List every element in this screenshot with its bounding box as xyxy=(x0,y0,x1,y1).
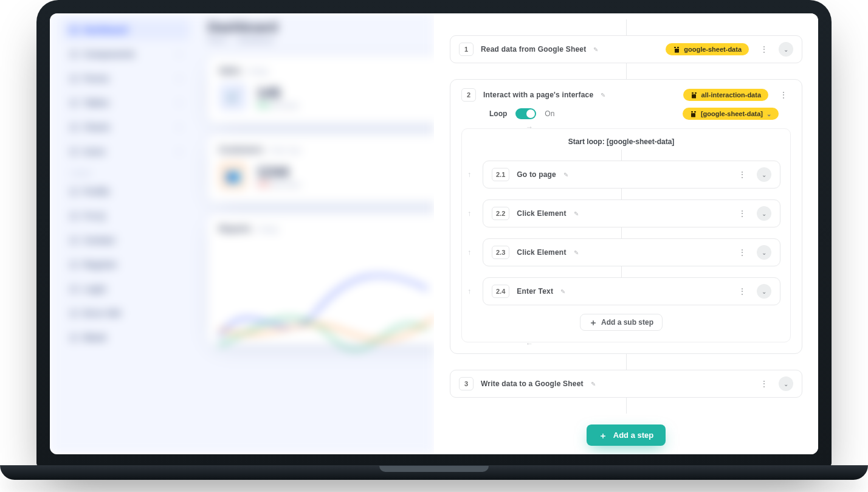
add-sub-step-button[interactable]: ＋ Add a sub step xyxy=(580,314,663,331)
laptop-frame: Dashboard Components▾ Forms▾ Tables▾ Cha… xyxy=(36,0,832,468)
step-number: 2 xyxy=(461,88,476,102)
kebab-menu[interactable]: ⋮ xyxy=(734,207,749,220)
reorder-up-icon[interactable]: ↑ xyxy=(462,170,477,179)
step-number: 2.4 xyxy=(492,285,509,298)
step-title: Write data to a Google Sheet xyxy=(481,379,584,388)
expand-toggle[interactable]: ⌄ xyxy=(757,245,771,260)
step-row[interactable]: 2 Interact with a page's interface ✎ all… xyxy=(461,88,791,102)
reorder-up-icon[interactable]: ↑ xyxy=(462,248,477,257)
loop-config-row: Loop On [google-sheet-data] ⌄ xyxy=(461,102,791,120)
step-number: 2.2 xyxy=(492,207,509,220)
loop-container: → Start loop: [google-sheet-data] ↑ 2.1 … xyxy=(461,128,791,342)
loop-state: On xyxy=(545,109,554,118)
kebab-menu[interactable]: ⋮ xyxy=(756,43,771,55)
step-title: Go to page xyxy=(517,170,556,179)
step-title: Click Element xyxy=(517,209,566,218)
plus-icon: ＋ xyxy=(599,431,607,440)
chevron-down-icon: ⌄ xyxy=(766,111,771,117)
loop-arrow-icon: → xyxy=(526,123,533,131)
kebab-menu[interactable]: ⋮ xyxy=(734,246,749,258)
step-row[interactable]: 3 Write data to a Google Sheet ✎ ⋮ ⌄ xyxy=(450,370,802,398)
loop-start-title: Start loop: [google-sheet-data] xyxy=(462,137,780,146)
loop-label: Loop xyxy=(489,109,507,118)
edit-icon[interactable]: ✎ xyxy=(601,92,605,99)
expand-toggle[interactable]: ⌄ xyxy=(757,206,771,221)
add-step-button[interactable]: ＋ Add a step xyxy=(587,424,666,446)
step-group: 2 Interact with a page's interface ✎ all… xyxy=(450,79,802,354)
sub-step-row[interactable]: 2.1 Go to page ✎ ⋮ ⌄ xyxy=(483,161,780,189)
kebab-menu[interactable]: ⋮ xyxy=(776,89,791,101)
step-number: 3 xyxy=(459,377,474,390)
connector-line xyxy=(626,398,627,414)
edit-icon[interactable]: ✎ xyxy=(560,288,565,295)
edit-icon[interactable]: ✎ xyxy=(574,249,579,256)
sub-step-row[interactable]: 2.2 Click Element ✎ ⋮ ⌄ xyxy=(483,199,780,227)
kebab-menu[interactable]: ⋮ xyxy=(734,285,749,297)
loop-source-tag[interactable]: [google-sheet-data] ⌄ xyxy=(683,108,779,120)
step-title: Enter Text xyxy=(517,287,553,296)
automation-panel: 1 Read data from Google Sheet ✎ google-s… xyxy=(434,13,818,454)
loop-arrow-icon: ← xyxy=(526,339,533,348)
data-tag[interactable]: all-interaction-data xyxy=(683,89,768,101)
expand-toggle[interactable]: ⌄ xyxy=(779,376,793,391)
connector-line xyxy=(626,63,627,79)
edit-icon[interactable]: ✎ xyxy=(574,210,579,217)
reorder-up-icon[interactable]: ↑ xyxy=(462,287,477,296)
edit-icon[interactable]: ✎ xyxy=(593,46,598,53)
step-number: 1 xyxy=(459,43,474,56)
plus-icon: ＋ xyxy=(589,318,598,327)
step-number: 2.1 xyxy=(492,168,509,181)
reorder-up-icon[interactable]: ↑ xyxy=(462,209,477,218)
dashboard-blurred: Dashboard Components▾ Forms▾ Tables▾ Cha… xyxy=(50,13,434,454)
connector-line xyxy=(626,354,627,370)
data-tag[interactable]: google-sheet-data xyxy=(666,43,749,55)
plug-icon xyxy=(673,46,680,53)
edit-icon[interactable]: ✎ xyxy=(563,172,568,178)
sub-step-row[interactable]: 2.3 Click Element ✎ ⋮ ⌄ xyxy=(483,238,780,266)
connector-line xyxy=(626,19,627,35)
expand-toggle[interactable]: ⌄ xyxy=(779,42,793,57)
plug-icon xyxy=(690,110,697,117)
edit-icon[interactable]: ✎ xyxy=(591,381,596,387)
screen: Dashboard Components▾ Forms▾ Tables▾ Cha… xyxy=(50,13,818,454)
loop-toggle[interactable] xyxy=(515,108,536,119)
step-row[interactable]: 1 Read data from Google Sheet ✎ google-s… xyxy=(450,35,802,63)
sub-step-row[interactable]: 2.4 Enter Text ✎ ⋮ ⌄ xyxy=(483,277,780,305)
laptop-notch xyxy=(379,466,489,472)
kebab-menu[interactable]: ⋮ xyxy=(756,378,771,390)
expand-toggle[interactable]: ⌄ xyxy=(757,284,771,299)
step-title: Click Element xyxy=(517,248,566,257)
step-title: Read data from Google Sheet xyxy=(481,45,586,54)
expand-toggle[interactable]: ⌄ xyxy=(757,167,771,182)
step-number: 2.3 xyxy=(492,246,509,259)
step-title: Interact with a page's interface xyxy=(483,91,593,99)
plug-icon xyxy=(691,91,698,99)
kebab-menu[interactable]: ⋮ xyxy=(734,168,749,181)
